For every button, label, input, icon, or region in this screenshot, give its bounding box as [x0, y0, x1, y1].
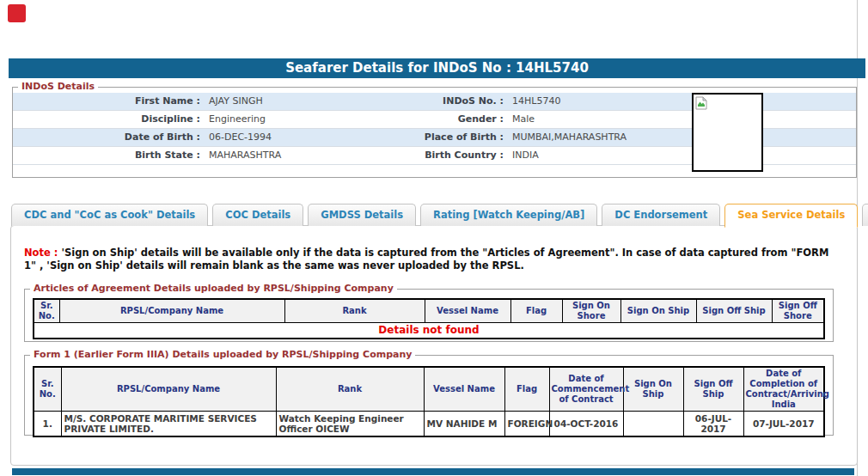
table-header-row: Sr. No. RPSL/Company Name Rank Vessel Na… — [34, 299, 824, 323]
first-name-value: AJAY SINGH — [200, 93, 403, 110]
form1-section: Form 1 (Earlier Form IIIA) Details uploa… — [24, 355, 834, 436]
column-header-sign-on-ship: Sign On Ship — [623, 367, 683, 412]
column-header-sr-no: Sr. No. — [34, 299, 59, 323]
column-header-sign-on-shore: Sign On Shore — [562, 299, 620, 323]
column-header-commencement: Date of Commencement of Contract — [549, 367, 623, 412]
column-header-completion: Date of Completion of Contract/Arriving … — [743, 367, 824, 412]
place-of-birth-label: Place of Birth : — [403, 129, 504, 146]
indos-no-label: INDoS No. : — [403, 93, 504, 110]
table-header-row: Sr. No. RPSL/Company Name Rank Vessel Na… — [34, 367, 824, 412]
articles-of-agreement-legend: Articles of Agreement Details uploaded b… — [30, 283, 397, 294]
column-header-flag: Flag — [504, 367, 549, 412]
column-header-rank: Rank — [284, 299, 425, 323]
column-header-sign-off-shore: Sign Off Shore — [772, 299, 824, 323]
details-not-found-message: Details not found — [34, 323, 824, 339]
cell-completion: 07-JUL-2017 — [743, 412, 824, 437]
note-body: 'Sign on Ship' details will be available… — [24, 247, 828, 272]
cell-sign-on-ship — [623, 412, 683, 437]
column-header-vessel: Vessel Name — [424, 367, 504, 412]
birth-country-value: INDIA — [504, 147, 856, 164]
footer-bar — [12, 468, 854, 475]
birth-state-label: Birth State : — [13, 147, 200, 164]
column-header-company: RPSL/Company Name — [59, 299, 284, 323]
tab-gmdss-details[interactable]: GMDSS Details — [308, 204, 416, 226]
column-header-sign-on-ship: Sign On Ship — [620, 299, 696, 323]
gender-value: Male — [504, 111, 856, 128]
birth-state-value: MAHARASHTRA — [200, 147, 403, 164]
form1-legend: Form 1 (Earlier Form IIIA) Details uploa… — [30, 349, 415, 360]
tab-coc-details[interactable]: COC Details — [212, 204, 303, 226]
cell-flag: FOREIGN — [504, 412, 549, 437]
red-annotation-marker — [8, 4, 26, 22]
first-name-label: First Name : — [13, 93, 200, 110]
tab-rating-watch-keeping[interactable]: Rating [Watch Keeping/AB] — [420, 204, 597, 226]
articles-of-agreement-table: Sr. No. RPSL/Company Name Rank Vessel Na… — [33, 298, 825, 339]
indos-details-legend: INDoS Details — [18, 81, 98, 92]
detail-tabs: CDC and "CoC as Cook" Details COC Detail… — [11, 204, 868, 228]
column-header-vessel: Vessel Name — [425, 299, 510, 323]
column-header-sign-off-ship: Sign Off Ship — [696, 299, 772, 323]
tab-cdc-coc-cook-details[interactable]: CDC and "CoC as Cook" Details — [11, 204, 208, 226]
tab-sea-service-details[interactable]: Sea Service Details — [724, 204, 858, 228]
broken-image-icon — [695, 96, 707, 110]
page-title: Seafarer Details for INDoS No : 14HL5740 — [9, 58, 865, 78]
column-header-company: RPSL/Company Name — [61, 367, 276, 412]
empty-result-row: Details not found — [34, 323, 824, 339]
photo-placeholder — [692, 93, 763, 172]
discipline-label: Discipline : — [13, 111, 200, 128]
dob-label: Date of Birth : — [13, 129, 200, 146]
cell-company: M/S. CORPORATE MARITIME SERVICES PRIVATE… — [61, 412, 276, 437]
form1-table: Sr. No. RPSL/Company Name Rank Vessel Na… — [33, 366, 825, 437]
column-header-sr-no: Sr. No. — [34, 367, 61, 412]
tab-training-details[interactable]: Training Details — [862, 204, 868, 226]
seafarer-details-page: Seafarer Details for INDoS No : 14HL5740… — [0, 0, 868, 476]
column-header-sign-off-ship: Sign Off Ship — [683, 367, 743, 412]
birth-country-label: Birth Country : — [403, 147, 504, 164]
cell-sr-no: 1. — [34, 412, 61, 437]
table-row: 1. M/S. CORPORATE MARITIME SERVICES PRIV… — [34, 412, 824, 437]
dob-value: 06-DEC-1994 — [200, 129, 403, 146]
tab-dc-endorsement[interactable]: DC Endorsement — [602, 204, 720, 226]
column-header-flag: Flag — [510, 299, 562, 323]
cell-rank: Watch Keeping Engineer Officer OICEW — [276, 412, 424, 437]
note-prefix: Note : — [24, 247, 61, 259]
cell-vessel: MV NAHIDE M — [424, 412, 504, 437]
cell-sign-off-ship: 06-JUL-2017 — [683, 412, 743, 437]
indos-no-value: 14HL5740 — [504, 93, 856, 110]
note-text: Note : 'Sign on Ship' details will be av… — [24, 247, 844, 272]
discipline-value: Engineering — [200, 111, 403, 128]
articles-of-agreement-section: Articles of Agreement Details uploaded b… — [24, 289, 834, 342]
cell-commencement: 04-OCT-2016 — [549, 412, 623, 437]
column-header-rank: Rank — [276, 367, 424, 412]
gender-label: Gender : — [403, 111, 504, 128]
place-of-birth-value: MUMBAI,MAHARASHTRA — [504, 129, 856, 146]
